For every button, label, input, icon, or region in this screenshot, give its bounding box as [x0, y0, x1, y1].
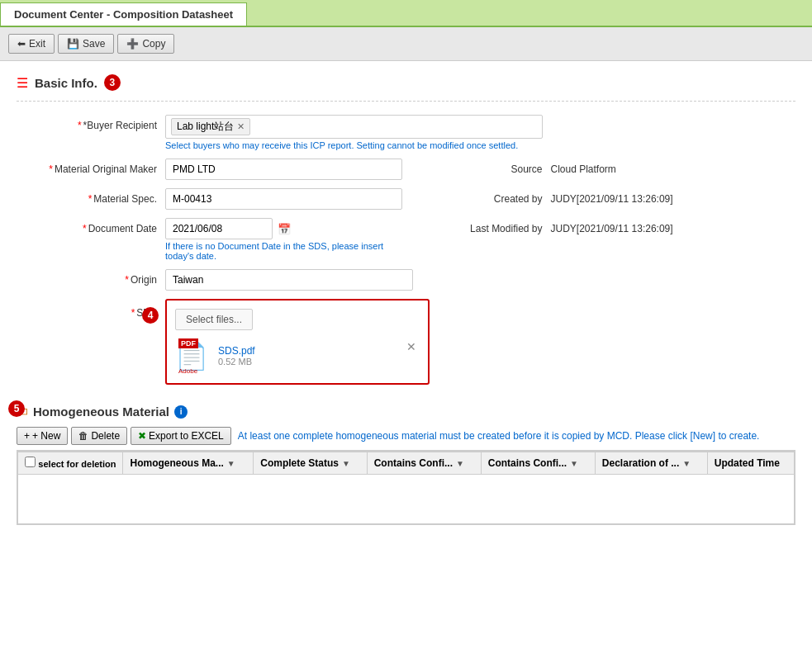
delete-button[interactable]: 🗑 Delete: [71, 427, 127, 445]
origin-text: Origin: [131, 274, 157, 286]
filter-contains2-icon[interactable]: ▼: [570, 459, 578, 468]
copy-button[interactable]: ➕ Copy: [117, 34, 174, 54]
th-contains2-text: Contains Confi...: [488, 457, 567, 469]
material-maker-text: Material Original Maker: [55, 163, 157, 175]
origin-cell: [165, 269, 543, 291]
new-label: + New: [32, 430, 60, 442]
th-homogeneous-material: Homogeneous Ma... ▼: [123, 452, 254, 475]
th-homogeneous-text: Homogeneous Ma...: [130, 457, 223, 469]
filter-complete-icon[interactable]: ▼: [342, 459, 350, 468]
copy-label: Copy: [142, 38, 165, 50]
th-complete-text: Complete Status: [260, 457, 339, 469]
source-label: Source: [411, 159, 543, 175]
buyer-tag: Lab light站台 ✕: [171, 118, 250, 135]
homogeneous-badge: 5: [8, 400, 25, 417]
last-modified-label: Last Modified by: [411, 218, 543, 234]
th-declaration-text: Declaration of ...: [602, 457, 679, 469]
last-modified-value: JUDY[2021/09/11 13:26:09]: [551, 218, 788, 234]
origin-label: *Origin: [25, 269, 157, 286]
save-button[interactable]: 💾 Save: [58, 34, 114, 54]
homogeneous-table: select for deletion Homogeneous Ma... ▼ …: [17, 452, 795, 524]
delete-icon: 🗑: [78, 430, 88, 442]
th-updated-text: Updated Time: [715, 457, 780, 469]
main-content: ☰ Basic Info. 3 **Buyer Recipient Lab li…: [0, 61, 812, 672]
buyer-tag-text: Lab light站台: [177, 120, 234, 134]
document-date-text: Document Date: [88, 223, 157, 234]
pdf-filename[interactable]: SDS.pdf: [218, 345, 255, 357]
basic-info-icon: ☰: [17, 75, 28, 91]
empty-cell: [18, 475, 795, 524]
th-contains-confi1: Contains Confi... ▼: [367, 452, 481, 475]
active-tab[interactable]: Document Center - Composition Datasheet: [0, 2, 247, 26]
buyer-recipient-input[interactable]: Lab light站台 ✕: [165, 115, 543, 139]
material-maker-input[interactable]: [165, 159, 402, 180]
basic-info-badge: 3: [104, 74, 121, 91]
buyer-recipient-label: **Buyer Recipient: [25, 115, 157, 131]
sds-badge: 4: [142, 307, 159, 324]
sds-cell: 4 Select files... PDF 📄 Adobe SDS.pdf 0.…: [165, 299, 543, 385]
buyer-recipient-field: Lab light站台 ✕ Select buyers who may rece…: [165, 115, 543, 150]
basic-info-header: ☰ Basic Info. 3: [17, 74, 795, 91]
warning-text: At least one complete homogeneous materi…: [238, 430, 760, 442]
save-icon: 💾: [67, 38, 79, 50]
table-container[interactable]: select for deletion Homogeneous Ma... ▼ …: [17, 451, 795, 525]
th-updated-time: Updated Time: [707, 452, 794, 475]
export-label: Export to EXCEL: [149, 430, 224, 442]
created-by-value: JUDY[2021/09/11 13:26:09]: [551, 188, 788, 205]
homogeneous-section: 🏷 Homogeneous Material i 5 + + New 🗑 Del…: [17, 405, 795, 525]
table-toolbar: + + New 🗑 Delete ✖ Export to EXCEL At le…: [17, 422, 795, 450]
delete-label: Delete: [91, 430, 120, 442]
document-date-label: *Document Date: [25, 218, 157, 234]
excel-icon: ✖: [138, 430, 146, 442]
created-by-label: Created by: [411, 188, 543, 205]
empty-row: [18, 475, 795, 524]
filter-contains1-icon[interactable]: ▼: [456, 459, 464, 468]
exit-icon: ⬅: [17, 38, 26, 50]
basic-info-title: Basic Info.: [35, 76, 97, 90]
sds-upload-box: Select files... PDF 📄 Adobe SDS.pdf 0.52…: [165, 299, 430, 385]
buyer-hint: Select buyers who may receive this ICP r…: [165, 140, 543, 150]
exit-button[interactable]: ⬅ Exit: [8, 34, 55, 54]
material-spec-input[interactable]: [165, 188, 402, 210]
document-date-cell: 📅 If there is no Document Date in the SD…: [165, 218, 402, 261]
document-date-input[interactable]: [165, 218, 273, 239]
th-declaration: Declaration of ... ▼: [595, 452, 707, 475]
material-spec-label: *Material Spec.: [25, 188, 157, 205]
copy-icon: ➕: [126, 38, 139, 50]
select-files-button[interactable]: Select files...: [175, 309, 253, 330]
save-label: Save: [83, 38, 105, 50]
pdf-icon-wrapper: PDF 📄 Adobe: [175, 337, 211, 375]
pdf-file-info: SDS.pdf 0.52 MB: [218, 345, 255, 367]
source-value: Cloud Platform: [551, 159, 788, 175]
material-maker-label: *Material Original Maker: [25, 159, 157, 175]
calendar-icon[interactable]: 📅: [278, 223, 291, 235]
th-contains-confi2: Contains Confi... ▼: [481, 452, 595, 475]
buyer-tag-close[interactable]: ✕: [237, 121, 245, 132]
th-contains1-text: Contains Confi...: [374, 457, 453, 469]
exit-label: Exit: [29, 38, 45, 50]
material-spec-text: Material Spec.: [93, 193, 157, 205]
export-excel-button[interactable]: ✖ Export to EXCEL: [131, 427, 231, 445]
th-checkbox: select for deletion: [18, 452, 123, 475]
pdf-file-item: PDF 📄 Adobe SDS.pdf 0.52 MB ✕: [175, 337, 420, 375]
filter-declaration-icon[interactable]: ▼: [682, 459, 691, 468]
select-all-checkbox[interactable]: [25, 457, 36, 467]
divider-basic: [17, 101, 795, 102]
new-button[interactable]: + + New: [17, 427, 68, 445]
table-body: [18, 475, 795, 524]
info-icon[interactable]: i: [174, 405, 188, 419]
homogeneous-header: 🏷 Homogeneous Material i: [17, 405, 795, 419]
select-for-deletion-label: select for deletion: [38, 459, 116, 469]
filter-homogeneous-icon[interactable]: ▼: [227, 459, 235, 468]
th-complete-status: Complete Status ▼: [254, 452, 367, 475]
origin-input[interactable]: [165, 269, 413, 291]
date-hint: If there is no Document Date in the SDS,…: [165, 241, 402, 261]
table-header-row: select for deletion Homogeneous Ma... ▼ …: [18, 452, 795, 475]
toolbar: ⬅ Exit 💾 Save ➕ Copy: [0, 27, 812, 61]
buyer-recipient-text: *Buyer Recipient: [83, 120, 157, 131]
pdf-size: 0.52 MB: [218, 357, 255, 367]
material-spec-cell: [165, 188, 402, 210]
pdf-badge: PDF: [178, 338, 198, 348]
basic-info-form: **Buyer Recipient Lab light站台 ✕ Select b…: [17, 115, 795, 385]
file-remove-button[interactable]: ✕: [406, 340, 416, 353]
